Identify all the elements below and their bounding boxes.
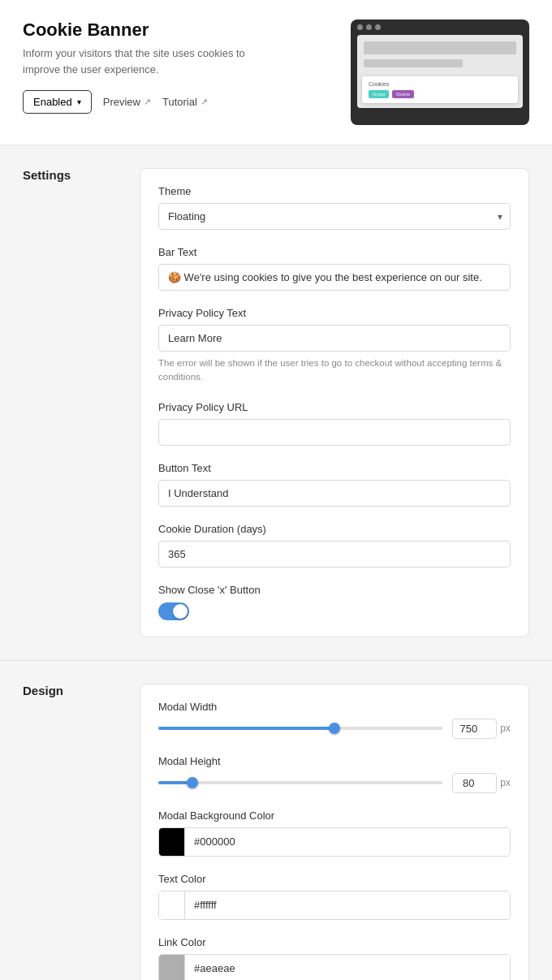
preview-browser-content: Cookies Accept Decline xyxy=(357,35,523,108)
modal-width-value-group: px xyxy=(452,719,511,739)
privacy-policy-text-field: Privacy Policy Text The error will be sh… xyxy=(158,307,511,385)
privacy-policy-url-input[interactable] xyxy=(158,419,511,446)
text-color-swatch[interactable] xyxy=(159,891,185,919)
theme-label: Theme xyxy=(158,185,511,197)
theme-field: Theme Floating Bar Modal ▾ xyxy=(158,185,511,230)
settings-card: Theme Floating Bar Modal ▾ Bar Text Priv… xyxy=(140,168,529,637)
cookie-duration-field: Cookie Duration (days) xyxy=(158,523,511,568)
preview-link[interactable]: Preview ↗ xyxy=(103,96,151,108)
modal-width-fill xyxy=(158,727,334,730)
design-label: Design xyxy=(23,684,120,981)
modal-height-value-group: px xyxy=(452,773,511,793)
settings-label: Settings xyxy=(23,168,120,637)
button-text-label: Button Text xyxy=(158,462,511,474)
modal-height-field: Modal Height px xyxy=(158,755,511,793)
dot-green xyxy=(375,24,381,30)
button-text-field: Button Text xyxy=(158,462,511,507)
show-close-button-label: Show Close 'x' Button xyxy=(158,584,511,596)
modal-bg-color-swatch[interactable] xyxy=(159,828,185,856)
modal-height-thumb[interactable] xyxy=(187,777,198,788)
modal-width-unit: px xyxy=(500,723,511,734)
button-text-input[interactable] xyxy=(158,480,511,507)
preview-label: Preview xyxy=(103,96,140,108)
link-color-label: Link Color xyxy=(158,936,511,948)
external-link-icon: ↗ xyxy=(144,97,151,107)
modal-bg-color-field: Modal Background Color xyxy=(158,809,511,857)
modal-bg-color-label: Modal Background Color xyxy=(158,809,511,822)
text-color-input-group xyxy=(158,891,511,920)
link-color-field: Link Color xyxy=(158,936,511,981)
theme-select[interactable]: Floating Bar Modal xyxy=(158,203,511,230)
header-left: Cookie Banner Inform your visitors that … xyxy=(23,19,351,114)
toggle-thumb xyxy=(173,604,188,619)
privacy-policy-text-label: Privacy Policy Text xyxy=(158,307,511,319)
settings-section: Settings Theme Floating Bar Modal ▾ Bar … xyxy=(0,145,552,661)
modal-width-label: Modal Width xyxy=(158,701,511,713)
preview-cookie-banner: Cookies Accept Decline xyxy=(362,76,518,103)
header-actions: Enabled ▾ Preview ↗ Tutorial ↗ xyxy=(23,90,351,114)
modal-height-label: Modal Height xyxy=(158,755,511,767)
cookie-banner-preview-title: Cookies xyxy=(369,81,511,87)
text-color-label: Text Color xyxy=(158,873,511,885)
text-color-hex[interactable] xyxy=(185,892,510,917)
privacy-policy-text-input[interactable] xyxy=(158,325,511,352)
modal-height-input[interactable] xyxy=(452,773,497,793)
cookie-duration-label: Cookie Duration (days) xyxy=(158,523,511,535)
tutorial-link[interactable]: Tutorial ↗ xyxy=(162,96,208,108)
dot-red xyxy=(357,24,363,30)
design-section: Design Modal Width px Modal Height xyxy=(0,661,552,981)
modal-width-track[interactable] xyxy=(158,727,442,730)
close-button-toggle[interactable] xyxy=(158,602,189,620)
link-color-hex[interactable] xyxy=(185,956,510,980)
design-card: Modal Width px Modal Height xyxy=(140,684,529,981)
close-button-toggle-wrapper xyxy=(158,602,511,620)
privacy-policy-text-hint: The error will be shown if the user trie… xyxy=(158,356,511,385)
page-title: Cookie Banner xyxy=(23,19,351,41)
modal-width-field: Modal Width px xyxy=(158,701,511,739)
cookie-decline-preview: Decline xyxy=(392,90,414,98)
show-close-button-field: Show Close 'x' Button xyxy=(158,584,511,620)
bar-text-input[interactable] xyxy=(158,264,511,291)
theme-select-wrapper[interactable]: Floating Bar Modal ▾ xyxy=(158,203,511,230)
modal-bg-color-hex[interactable] xyxy=(185,829,510,854)
link-color-swatch[interactable] xyxy=(159,955,185,981)
window-dots xyxy=(351,19,529,35)
enabled-label: Enabled xyxy=(33,96,72,108)
chevron-down-icon: ▾ xyxy=(77,97,81,106)
page-description: Inform your visitors that the site uses … xyxy=(23,45,266,77)
modal-height-unit: px xyxy=(500,777,511,788)
modal-width-input[interactable] xyxy=(452,719,497,739)
modal-height-track[interactable] xyxy=(158,781,442,784)
enabled-button[interactable]: Enabled ▾ xyxy=(23,90,92,114)
link-color-input-group xyxy=(158,954,511,981)
modal-width-slider-row: px xyxy=(158,719,511,739)
external-link-icon: ↗ xyxy=(201,97,208,107)
privacy-policy-url-label: Privacy Policy URL xyxy=(158,401,511,413)
cookie-duration-input[interactable] xyxy=(158,541,511,568)
modal-width-thumb[interactable] xyxy=(329,723,340,734)
modal-height-slider-row: px xyxy=(158,773,511,793)
cookie-preview-image: Cookies Accept Decline xyxy=(351,19,529,125)
dot-yellow xyxy=(366,24,372,30)
privacy-policy-url-field: Privacy Policy URL xyxy=(158,401,511,446)
preview-block-2 xyxy=(364,59,463,67)
modal-bg-color-input-group xyxy=(158,827,511,857)
bar-text-label: Bar Text xyxy=(158,246,511,258)
preview-block-1 xyxy=(364,41,516,54)
header-section: Cookie Banner Inform your visitors that … xyxy=(0,0,552,145)
cookie-banner-preview-buttons: Accept Decline xyxy=(369,90,511,98)
text-color-field: Text Color xyxy=(158,873,511,920)
cookie-accept-preview: Accept xyxy=(369,90,389,98)
tutorial-label: Tutorial xyxy=(162,96,197,108)
bar-text-field: Bar Text xyxy=(158,246,511,291)
